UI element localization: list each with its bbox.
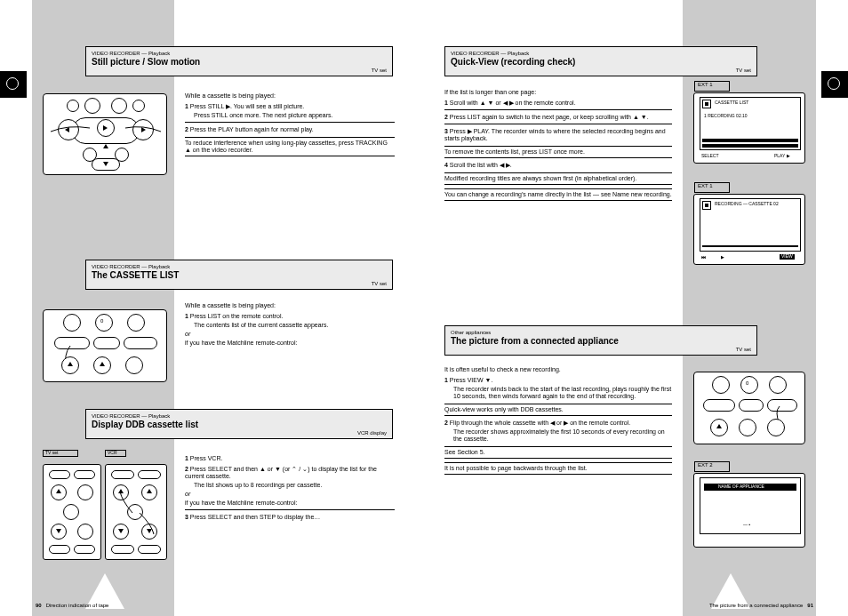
osd2-title: RECORDING — CASSETTE 02 xyxy=(715,202,779,207)
te-hint: The recorder winds back to the start of … xyxy=(453,386,672,400)
te-s1: Press VIEW ▼. xyxy=(450,377,493,383)
osd3-title: NAME OF APPLIANCE xyxy=(718,484,764,490)
h3-title: Display DDB cassette list xyxy=(92,420,198,429)
te-pre: It is often useful to check a new record… xyxy=(444,366,672,373)
heading-3: VIDEO RECORDER — Playback Display DDB ca… xyxy=(85,409,393,439)
remote-illus-2: 0 xyxy=(43,309,167,382)
te-n2: See Section 5. xyxy=(444,446,672,459)
osd1-title: CASSETTE LIST xyxy=(715,100,748,106)
te-n1: Quick-view works only with DDB cassettes… xyxy=(444,404,672,416)
heading-1: VIDEO RECORDER — Playback Still picture … xyxy=(85,46,393,76)
osd3-tag: EXT 2 xyxy=(694,461,730,472)
text-scroll: If the list is longer than one page: 1 S… xyxy=(444,89,672,204)
h1-sub: TV set xyxy=(372,68,387,74)
tb-alt: if you have the Matchline remote-control… xyxy=(185,340,395,347)
ta-note: To reduce interference when using long-p… xyxy=(185,137,395,156)
h5-sub: TV set xyxy=(736,347,751,353)
footer-left: 90 Direction indication of tape xyxy=(36,603,108,609)
h1-tag: VIDEO RECORDER — Playback xyxy=(92,51,387,57)
osd2-tag: EXT 1 xyxy=(694,182,730,193)
h3-sub: VCR display xyxy=(357,430,387,436)
h4-sub: TV set xyxy=(736,68,751,74)
ta-s1n: Press STILL once more. The next picture … xyxy=(194,112,395,119)
td-s1: Scroll with ▲ ▼ or ◀ ▶ on the remote con… xyxy=(450,100,576,106)
td-s2: Press LIST again to switch to the next p… xyxy=(450,114,649,120)
h4-tag: VIDEO RECORDER — Playback xyxy=(451,51,751,57)
ta-s1: Press STILL ▶. You will see a still pict… xyxy=(190,103,304,109)
mini-tag-1: TV set xyxy=(43,450,78,457)
td-s3: Press ▶ PLAY. The recorder winds to wher… xyxy=(444,128,666,141)
osd-ext-appliance: EXT 2 NAME OF APPLIANCE — ▪ xyxy=(693,473,805,548)
h3-tag: VIDEO RECORDER — Playback xyxy=(92,413,387,420)
osd2-footR: VIEW xyxy=(780,254,795,260)
osd2-foot2: ▶ xyxy=(721,255,724,260)
td-s4: Scroll the list with ◀ ▶. xyxy=(450,162,512,168)
remote-illus-3b xyxy=(105,464,167,560)
page-root: 90 Direction indication of tape The pict… xyxy=(0,0,848,616)
tc-alt: if you have the Matchline remote-control… xyxy=(185,500,395,507)
text-select: 1 Press VCR. 2 Press SELECT and then ▲ o… xyxy=(185,452,395,523)
remote-illus-4: 0 xyxy=(693,372,805,444)
te-hint2: The recorder shows approximately the fir… xyxy=(453,428,672,443)
td-n2: Modified recording titles are always sho… xyxy=(444,172,672,185)
td-lead: If the list is longer than one page: xyxy=(444,89,672,96)
osd1-tag: EXT 1 xyxy=(694,81,730,92)
tb-s1: Press LIST on the remote control. xyxy=(190,313,284,319)
osd-quick-view: EXT 1 RECORDING — CASSETTE 02 ⏮ ▶ VIEW xyxy=(693,194,805,265)
text-quickview: It is often useful to check a new record… xyxy=(444,366,672,478)
footer-right: The picture from a connected appliance 9… xyxy=(640,603,813,609)
td-n3: You can change a recording’s name direct… xyxy=(444,188,672,201)
te-n3: It is not possible to page backwards thr… xyxy=(444,462,672,475)
h1-title: Still picture / Slow motion xyxy=(92,57,200,67)
h2-sub: TV set xyxy=(372,281,387,287)
text-list: While a cassette is being played: 1 Pres… xyxy=(185,302,395,347)
tb-pre: While a cassette is being played: xyxy=(185,302,395,309)
h5-title: The picture from a connected appliance xyxy=(451,336,619,346)
remote-illus-3a xyxy=(43,464,101,560)
heading-2: VIDEO RECORDER — Playback The CASSETTE L… xyxy=(85,260,393,290)
tab-right xyxy=(821,71,848,98)
mini-tag-2: VCR xyxy=(105,450,126,457)
tb-hint: The contents list of the current cassett… xyxy=(194,322,395,329)
h5-tag: Other appliances xyxy=(451,330,751,336)
osd1-foot2: PLAY ▶ xyxy=(774,154,790,159)
heading-4: VIDEO RECORDER — Playback Quick-View (re… xyxy=(444,46,757,76)
tc-s1: Press VCR. xyxy=(190,455,223,461)
tc-or: or xyxy=(185,491,395,498)
te-s2: Flip through the whole cassette with ◀ o… xyxy=(450,420,630,426)
h2-tag: VIDEO RECORDER — Playback xyxy=(92,264,387,270)
remote-illus-1 xyxy=(43,93,167,175)
heading-5: Other appliances The picture from a conn… xyxy=(444,325,757,356)
osd3-foot: — ▪ xyxy=(743,523,750,528)
td-n1: To remove the contents list, press LIST … xyxy=(444,146,672,158)
ta-s2: Press the PLAY button again for normal p… xyxy=(190,126,314,132)
osd1-foot1: SELECT xyxy=(701,154,718,159)
tc-hint: The list shows up to 8 recordings per ca… xyxy=(194,482,395,489)
ta-pre: While a cassette is being played: xyxy=(185,92,395,100)
footer-right-text: The picture from a connected appliance xyxy=(709,603,803,608)
tb-or: or xyxy=(185,331,395,338)
tab-left xyxy=(0,71,27,98)
h2-title: The CASSETTE LIST xyxy=(92,270,179,280)
osd1-line: 1 RECORDING 02.10 xyxy=(704,114,798,119)
pagenum-right: 91 xyxy=(807,603,813,608)
osd2-foot1: ⏮ xyxy=(701,255,706,260)
h4-title: Quick-View (recording check) xyxy=(451,57,575,67)
text-still: While a cassette is being played: 1 Pres… xyxy=(185,92,395,160)
pagenum-left: 90 xyxy=(36,603,42,608)
tc-s2: Press SELECT and then ▲ or ▼ (or ⌃ / ⌄) … xyxy=(185,466,377,479)
osd-cassette-list: EXT 1 CASSETTE LIST 1 RECORDING 02.10 SE… xyxy=(693,92,805,164)
footer-left-text: Direction indication of tape xyxy=(46,603,109,608)
tc-s3: Press SELECT and then STEP to display th… xyxy=(190,514,320,520)
